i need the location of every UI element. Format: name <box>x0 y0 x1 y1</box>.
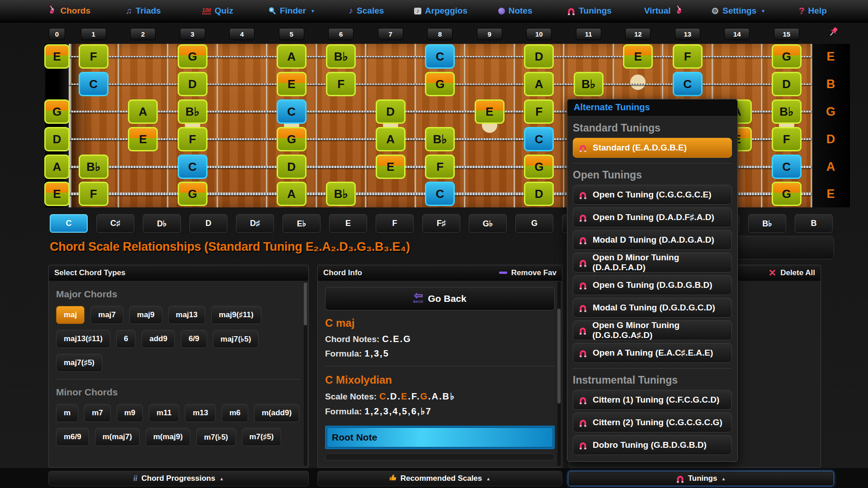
note-button-D[interactable]: D <box>189 214 227 233</box>
note-button-E♭[interactable]: E♭ <box>283 214 321 233</box>
note-marker-g-s2f8[interactable]: G <box>425 72 455 96</box>
note-marker-f-s1f13[interactable]: F <box>673 44 703 69</box>
note-marker-e-s6f0[interactable]: E <box>44 182 70 206</box>
nav-item-triads[interactable]: ♫Triads <box>106 6 181 16</box>
bottom-button-recommended-scales[interactable]: Recommended Scales▲ <box>317 471 562 486</box>
note-marker-e-s4f2[interactable]: E <box>128 127 158 151</box>
note-marker-g-s3f0[interactable]: G <box>44 99 70 124</box>
note-marker-b♭-s4f8[interactable]: B♭ <box>425 127 455 151</box>
nav-item-scales[interactable]: ♪Scales <box>329 6 404 16</box>
chord-type-button-m13[interactable]: m13 <box>185 404 216 422</box>
note-marker-b♭-s3f3[interactable]: B♭ <box>178 99 208 124</box>
tuning-option[interactable]: Open G Tuning (D.G.D.G.B.D) <box>573 275 732 295</box>
tuning-option[interactable]: Open G Minor Tuning (D.G.D.G.A♯.D) <box>573 320 732 340</box>
chord-panel-scrollbar[interactable] <box>304 282 307 466</box>
chord-type-button-m7[interactable]: m7 <box>84 404 111 422</box>
chord-type-button-6/9[interactable]: 6/9 <box>181 330 207 348</box>
tuning-option[interactable]: Open D Minor Tuning (D.A.D.F.A.D) <box>573 253 732 272</box>
note-marker-c-s2f13[interactable]: C <box>673 72 703 96</box>
note-button-B[interactable]: B <box>795 214 833 233</box>
note-marker-a-s5f0[interactable]: A <box>44 155 70 179</box>
tuning-option[interactable]: Open D Tuning (D.A.D.F♯.A.D) <box>573 207 732 227</box>
chord-type-button-m(add9)[interactable]: m(add9) <box>254 404 299 422</box>
note-marker-a-s4f7[interactable]: A <box>376 127 406 151</box>
note-marker-b♭-s2f11[interactable]: B♭ <box>574 72 604 96</box>
note-marker-c-s5f3[interactable]: C <box>178 155 208 179</box>
note-marker-e-s5f7[interactable]: E <box>376 155 406 179</box>
note-marker-b♭-s5f1[interactable]: B♭ <box>79 155 108 179</box>
chord-type-button-add9[interactable]: add9 <box>142 330 175 348</box>
tuning-option[interactable]: Open C Tuning (C.G.C.G.C.E) <box>573 185 732 205</box>
note-marker-b♭-s1f6[interactable]: B♭ <box>326 44 356 69</box>
note-marker-e-s1f12[interactable]: E <box>623 44 653 69</box>
nav-item-help[interactable]: ?Help <box>775 5 850 16</box>
tuning-option[interactable]: Cittern (1) Tuning (C.F.C.G.C.D) <box>573 390 732 410</box>
note-marker-f-s6f1[interactable]: F <box>79 182 108 206</box>
note-button-B♭[interactable]: B♭ <box>748 214 786 233</box>
bottom-button-tunings[interactable]: Tunings▲ <box>568 471 834 486</box>
note-marker-f-s4f3[interactable]: F <box>178 127 208 151</box>
chord-type-button-maj7(♯5)[interactable]: maj7(♯5) <box>56 354 102 372</box>
nav-item-arpeggios[interactable]: ♪Arpeggios <box>404 6 478 16</box>
note-marker-f-s2f6[interactable]: F <box>326 72 356 96</box>
tuning-option[interactable]: Open A Tuning (E.A.C♯.E.A.E) <box>573 343 732 363</box>
nav-item-quiz[interactable]: 100Quiz <box>180 6 255 16</box>
info-panel-scroll-thumb[interactable] <box>557 309 561 404</box>
tuning-option[interactable]: Dobro Tuning (G.B.D.G.B.D) <box>573 435 732 455</box>
chord-type-button-m9[interactable]: m9 <box>117 404 143 422</box>
chord-type-button-m(maj7)[interactable]: m(maj7) <box>95 428 140 446</box>
nav-item-settings[interactable]: ⚙Settings▼ <box>701 6 776 16</box>
note-marker-c-s4f10[interactable]: C <box>524 127 554 151</box>
note-marker-e-s3f9[interactable]: E <box>475 99 505 124</box>
note-marker-g-s1f15[interactable]: G <box>772 44 802 69</box>
nav-item-notes[interactable]: Notes <box>478 6 552 16</box>
chord-type-button-maj13[interactable]: maj13 <box>168 306 205 324</box>
note-marker-g-s5f10[interactable]: G <box>524 155 554 179</box>
note-marker-f-s5f8[interactable]: F <box>425 155 455 179</box>
note-marker-c-s5f15[interactable]: C <box>772 155 802 179</box>
note-marker-d-s1f10[interactable]: D <box>524 44 554 69</box>
info-panel-scrollbar[interactable] <box>557 282 561 466</box>
chord-type-button-maj[interactable]: maj <box>56 306 85 324</box>
nav-item-chords[interactable]: Chords <box>32 5 106 17</box>
chord-type-button-m6/9[interactable]: m6/9 <box>56 428 89 446</box>
note-button-G[interactable]: G <box>515 214 553 233</box>
note-marker-a-s2f10[interactable]: A <box>524 72 554 96</box>
note-marker-f-s3f10[interactable]: F <box>524 99 554 124</box>
pin-icon[interactable] <box>827 26 839 40</box>
note-button-D♭[interactable]: D♭ <box>143 214 181 233</box>
note-marker-g-s6f3[interactable]: G <box>178 182 208 206</box>
note-marker-e-s1f0[interactable]: E <box>44 44 70 69</box>
note-marker-g-s6f15[interactable]: G <box>772 182 802 206</box>
note-marker-d-s5f5[interactable]: D <box>277 155 307 179</box>
chord-type-button-m(maj9)[interactable]: m(maj9) <box>146 428 190 446</box>
chord-type-button-m11[interactable]: m11 <box>149 404 179 422</box>
nav-item-tunings[interactable]: Tunings <box>552 6 627 16</box>
note-button-F♯[interactable]: F♯ <box>422 214 460 233</box>
bottom-button-chord-progressions[interactable]: iiChord Progressions▲ <box>48 471 309 486</box>
note-marker-b♭-s6f6[interactable]: B♭ <box>326 182 356 206</box>
note-marker-d-s6f10[interactable]: D <box>524 182 554 206</box>
note-marker-d-s2f3[interactable]: D <box>178 72 208 96</box>
nav-item-virtual[interactable]: Virtual <box>627 5 701 17</box>
chord-type-button-m[interactable]: m <box>56 404 78 422</box>
chord-type-button-m7(♭5)[interactable]: m7(♭5) <box>196 428 236 446</box>
note-marker-b♭-s3f15[interactable]: B♭ <box>772 99 802 124</box>
note-button-C[interactable]: C <box>50 214 88 233</box>
note-marker-e-s2f5[interactable]: E <box>277 72 307 96</box>
chord-type-button-maj13(♯11)[interactable]: maj13(♯11) <box>56 330 110 348</box>
chord-type-button-6[interactable]: 6 <box>116 330 136 348</box>
tuning-option[interactable]: Modal D Tuning (D.A.D.G.A.D) <box>573 230 732 250</box>
note-button-E[interactable]: E <box>329 214 367 233</box>
note-marker-c-s6f8[interactable]: C <box>425 182 455 206</box>
note-marker-a-s3f2[interactable]: A <box>128 99 158 124</box>
note-marker-a-s1f5[interactable]: A <box>277 44 307 69</box>
note-marker-f-s1f1[interactable]: F <box>79 44 108 69</box>
note-marker-d-s2f15[interactable]: D <box>772 72 802 96</box>
chord-panel-scroll-thumb[interactable] <box>304 282 307 325</box>
tuning-option[interactable]: Modal G Tuning (D.G.D.G.C.D) <box>573 298 732 318</box>
note-marker-c-s2f1[interactable]: C <box>79 72 108 96</box>
delete-all-button[interactable]: Delete All <box>780 268 815 277</box>
nav-item-finder[interactable]: Finder▼ <box>255 6 330 16</box>
note-button-F[interactable]: F <box>376 214 414 233</box>
